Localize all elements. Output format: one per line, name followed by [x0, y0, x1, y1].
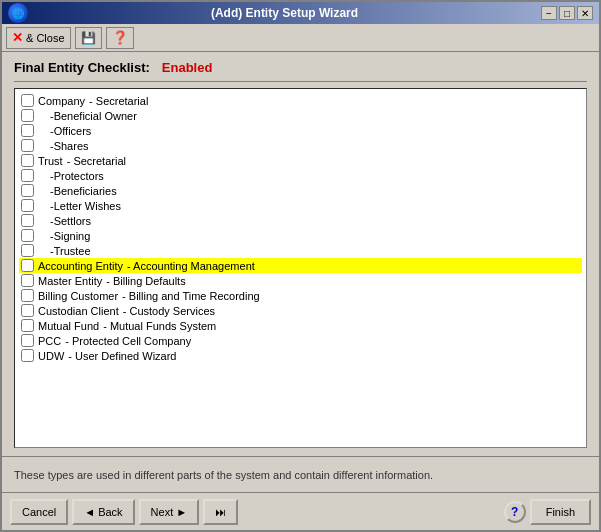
item-label: -Trustee	[38, 245, 91, 257]
disk-icon: 💾	[81, 31, 96, 45]
toolbar-close-label: & Close	[26, 32, 65, 44]
item-label: Company	[38, 95, 85, 107]
list-item[interactable]: -Signing	[19, 228, 582, 243]
maximize-button[interactable]: □	[559, 6, 575, 20]
item-description: - Accounting Management	[127, 260, 255, 272]
item-label: Custodian Client	[38, 305, 119, 317]
checklist-checkbox[interactable]	[21, 244, 34, 257]
status-message: These types are used in different parts …	[14, 469, 433, 481]
list-item[interactable]: -Settlors	[19, 213, 582, 228]
checklist-status: Enabled	[162, 60, 213, 75]
help-circle-icon: ❓	[112, 30, 128, 45]
list-item[interactable]: -Shares	[19, 138, 582, 153]
checklist-checkbox[interactable]	[21, 349, 34, 362]
help-icon: ?	[511, 505, 518, 519]
item-description: - Billing Defaults	[106, 275, 185, 287]
checklist-checkbox[interactable]	[21, 199, 34, 212]
item-label: Master Entity	[38, 275, 102, 287]
list-item[interactable]: Billing Customer- Billing and Time Recor…	[19, 288, 582, 303]
main-window: 🌐 (Add) Entity Setup Wizard − □ ✕ ✕ & Cl…	[0, 0, 601, 532]
item-label: -Protectors	[38, 170, 104, 182]
item-label: Trust	[38, 155, 63, 167]
checklist-checkbox[interactable]	[21, 139, 34, 152]
title-bar: 🌐 (Add) Entity Setup Wizard − □ ✕	[2, 2, 599, 24]
checklist-checkbox[interactable]	[21, 154, 34, 167]
x-icon: ✕	[12, 30, 23, 45]
item-description: - Protected Cell Company	[65, 335, 191, 347]
item-label: UDW	[38, 350, 64, 362]
item-label: -Shares	[38, 140, 89, 152]
checklist-checkbox[interactable]	[21, 184, 34, 197]
back-label: Back	[98, 506, 122, 518]
finish-button[interactable]: Finish	[530, 499, 591, 525]
list-item[interactable]: Mutual Fund- Mutual Funds System	[19, 318, 582, 333]
list-item[interactable]: Accounting Entity- Accounting Management	[19, 258, 582, 273]
toolbar-save-button[interactable]: 💾	[75, 27, 102, 49]
cancel-button[interactable]: Cancel	[10, 499, 68, 525]
checklist-container: Company- Secretarial-Beneficial Owner-Of…	[14, 88, 587, 448]
window-title: (Add) Entity Setup Wizard	[28, 6, 541, 20]
list-item[interactable]: -Letter Wishes	[19, 198, 582, 213]
next-label: Next	[151, 506, 174, 518]
list-item[interactable]: Custodian Client- Custody Services	[19, 303, 582, 318]
item-label: -Beneficial Owner	[38, 110, 137, 122]
title-left: 🌐	[8, 3, 28, 23]
list-item[interactable]: -Protectors	[19, 168, 582, 183]
back-button[interactable]: ◄ Back	[72, 499, 134, 525]
item-label: -Letter Wishes	[38, 200, 121, 212]
checklist-checkbox[interactable]	[21, 259, 34, 272]
close-window-button[interactable]: ✕	[577, 6, 593, 20]
window-controls: − □ ✕	[541, 6, 593, 20]
checklist-title: Final Entity Checklist:	[14, 60, 150, 75]
list-item[interactable]: Company- Secretarial	[19, 93, 582, 108]
checklist-header: Final Entity Checklist: Enabled	[14, 60, 587, 75]
item-description: - User Defined Wizard	[68, 350, 176, 362]
content-area: Final Entity Checklist: Enabled Company-…	[2, 52, 599, 456]
toolbar: ✕ & Close 💾 ❓	[2, 24, 599, 52]
list-item[interactable]: -Beneficial Owner	[19, 108, 582, 123]
checklist-checkbox[interactable]	[21, 109, 34, 122]
item-label: -Signing	[38, 230, 90, 242]
last-button[interactable]: ⏭	[203, 499, 238, 525]
checklist-checkbox[interactable]	[21, 94, 34, 107]
header-divider	[14, 81, 587, 82]
finish-label: Finish	[546, 506, 575, 518]
item-description: - Mutual Funds System	[103, 320, 216, 332]
toolbar-help-button[interactable]: ❓	[106, 27, 134, 49]
status-bar: These types are used in different parts …	[2, 456, 599, 492]
minimize-button[interactable]: −	[541, 6, 557, 20]
toolbar-close-button[interactable]: ✕ & Close	[6, 27, 71, 49]
item-label: Accounting Entity	[38, 260, 123, 272]
app-icon: 🌐	[8, 3, 28, 23]
list-item[interactable]: PCC- Protected Cell Company	[19, 333, 582, 348]
checklist-checkbox[interactable]	[21, 304, 34, 317]
help-button[interactable]: ?	[504, 501, 526, 523]
checklist-checkbox[interactable]	[21, 289, 34, 302]
list-item[interactable]: UDW- User Defined Wizard	[19, 348, 582, 363]
item-label: -Settlors	[38, 215, 91, 227]
checklist-checkbox[interactable]	[21, 124, 34, 137]
bottom-right-buttons: ? Finish	[504, 499, 591, 525]
list-item[interactable]: -Trustee	[19, 243, 582, 258]
checklist-checkbox[interactable]	[21, 169, 34, 182]
list-item[interactable]: Trust- Secretarial	[19, 153, 582, 168]
item-description: - Custody Services	[123, 305, 215, 317]
cancel-label: Cancel	[22, 506, 56, 518]
last-icon: ⏭	[215, 506, 226, 518]
checklist-checkbox[interactable]	[21, 214, 34, 227]
checklist-checkbox[interactable]	[21, 229, 34, 242]
item-label: Billing Customer	[38, 290, 118, 302]
checklist-checkbox[interactable]	[21, 319, 34, 332]
item-description: - Billing and Time Recording	[122, 290, 260, 302]
back-icon: ◄	[84, 506, 95, 518]
list-item[interactable]: Master Entity- Billing Defaults	[19, 273, 582, 288]
checklist-checkbox[interactable]	[21, 274, 34, 287]
checklist-checkbox[interactable]	[21, 334, 34, 347]
item-label: PCC	[38, 335, 61, 347]
item-description: - Secretarial	[89, 95, 148, 107]
list-item[interactable]: -Beneficiaries	[19, 183, 582, 198]
list-item[interactable]: -Officers	[19, 123, 582, 138]
item-label: Mutual Fund	[38, 320, 99, 332]
next-button[interactable]: Next ►	[139, 499, 200, 525]
next-icon: ►	[176, 506, 187, 518]
